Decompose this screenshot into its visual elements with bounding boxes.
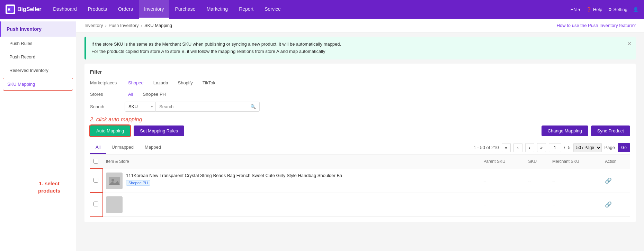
- help-feature-link[interactable]: How to use the Push Inventory feature?: [557, 23, 636, 28]
- stores-options: All Shopee PH: [125, 90, 169, 98]
- change-mapping-button[interactable]: Change Mapping: [542, 126, 588, 136]
- store-shopee-ph[interactable]: Shopee PH: [139, 90, 169, 98]
- row2-link-icon[interactable]: 🔗: [605, 202, 612, 207]
- total-pages: 5: [568, 145, 570, 150]
- page-separator: /: [564, 145, 565, 150]
- sidebar-item-sku-mapping[interactable]: SKU Mapping: [3, 78, 73, 91]
- annotation-auto-mapping: 2. click auto mapping: [90, 117, 630, 123]
- sidebar-item-reserved-inventory[interactable]: Reserved Inventory: [0, 64, 76, 77]
- info-box: If the store SKU is the same as the Merc…: [84, 37, 636, 59]
- search-label: Search: [90, 104, 125, 109]
- search-type-select[interactable]: SKU: [125, 102, 156, 112]
- prev-page-button[interactable]: ‹: [513, 143, 522, 152]
- breadcrumb-inventory[interactable]: Inventory: [84, 23, 103, 28]
- tab-mapped[interactable]: Mapped: [139, 141, 167, 154]
- page-label: Page: [605, 145, 615, 150]
- row1-sku: --: [525, 169, 549, 193]
- go-button[interactable]: Go: [618, 143, 630, 152]
- row1-store-badge: Shopee PH: [126, 180, 150, 186]
- breadcrumb-sep1: ›: [105, 23, 106, 28]
- auto-mapping-button[interactable]: Auto Mapping: [90, 126, 130, 136]
- first-page-button[interactable]: «: [502, 143, 511, 152]
- row1-product-name: 111Korean New Transparent Crystal String…: [126, 173, 342, 179]
- store-all[interactable]: All: [125, 90, 136, 98]
- col-merchant-sku: Merchant SKU: [549, 155, 601, 169]
- row2-merchant-sku: --: [549, 193, 601, 216]
- col-item-store: Item & Store: [102, 155, 480, 169]
- tab-unmapped[interactable]: Unmapped: [106, 141, 139, 154]
- table-row: 111Korean New Transparent Crystal String…: [90, 169, 630, 193]
- search-input-wrap: 🔍: [156, 102, 260, 112]
- row2-item-cell: [102, 193, 480, 216]
- row2-sku: --: [525, 193, 549, 216]
- nav-items: Dashboard Products Orders Inventory Purc…: [48, 0, 570, 19]
- right-buttons: Change Mapping Sync Product: [542, 126, 630, 136]
- sidebar: Push Inventory Push Rules Push Record Re…: [0, 19, 76, 251]
- user-avatar[interactable]: 👤: [633, 7, 638, 12]
- row2-product: [106, 196, 476, 213]
- col-checkbox: [90, 155, 102, 169]
- language-selector[interactable]: EN ▾: [571, 7, 581, 12]
- row2-parent-sku: --: [480, 193, 525, 216]
- marketplace-shopee[interactable]: Shopee: [125, 79, 147, 87]
- nav-inventory[interactable]: Inventory: [139, 0, 169, 19]
- info-close-button[interactable]: ✕: [627, 39, 632, 48]
- table-row: -- -- -- 🔗: [90, 193, 630, 216]
- page-layout: Push Inventory Push Rules Push Record Re…: [0, 19, 644, 251]
- row2-checkbox[interactable]: [93, 202, 98, 206]
- nav-right: EN ▾ ❓ Help ⚙ Setting 👤: [571, 7, 638, 12]
- tab-all[interactable]: All: [90, 141, 106, 154]
- breadcrumb-current: SKU Mapping: [144, 23, 172, 28]
- marketplace-lazada[interactable]: Lazada: [150, 79, 172, 87]
- pagination-controls: 1 - 50 of 210 « ‹ › » / 5 50 / Page Page…: [474, 141, 630, 154]
- nav-purchase[interactable]: Purchase: [170, 0, 200, 19]
- breadcrumb-bar: Inventory › Push Inventory › SKU Mapping…: [76, 19, 644, 32]
- brand-logo[interactable]: B BigSeller: [6, 4, 41, 14]
- marketplaces-label: Marketplaces: [90, 80, 125, 85]
- search-input[interactable]: [159, 104, 250, 109]
- select-all-checkbox[interactable]: [93, 159, 98, 164]
- row1-parent-sku: --: [480, 169, 525, 193]
- filter-stores-row: Stores All Shopee PH: [90, 90, 630, 98]
- product-table-wrap: Item & Store Parent SKU SKU Merchant SKU…: [90, 155, 630, 217]
- row1-link-icon[interactable]: 🔗: [605, 178, 612, 184]
- current-page-input[interactable]: [549, 143, 561, 152]
- sidebar-item-push-record[interactable]: Push Record: [0, 50, 76, 64]
- col-sku: SKU: [525, 155, 549, 169]
- filter-title: Filter: [90, 69, 630, 75]
- setting-link[interactable]: ⚙ Setting: [608, 7, 627, 12]
- nav-products[interactable]: Products: [83, 0, 112, 19]
- row1-item-cell: 111Korean New Transparent Crystal String…: [102, 169, 480, 193]
- marketplace-tiktok[interactable]: TikTok: [199, 79, 219, 87]
- nav-orders[interactable]: Orders: [113, 0, 138, 19]
- nav-service[interactable]: Service: [260, 0, 286, 19]
- search-icon[interactable]: 🔍: [250, 104, 256, 109]
- filter-marketplaces-row: Marketplaces Shopee Lazada Shopify TikTo…: [90, 79, 630, 87]
- row1-info: 111Korean New Transparent Crystal String…: [126, 173, 342, 186]
- per-page-select[interactable]: 50 / Page: [573, 143, 602, 152]
- help-link[interactable]: ❓ Help: [586, 7, 602, 12]
- svg-point-4: [111, 179, 114, 182]
- main-content: Inventory › Push Inventory › SKU Mapping…: [76, 19, 644, 251]
- marketplace-shopify[interactable]: Shopify: [174, 79, 196, 87]
- nav-dashboard[interactable]: Dashboard: [48, 0, 82, 19]
- info-line1: If the store SKU is the same as the Merc…: [91, 41, 630, 48]
- stores-label: Stores: [90, 92, 125, 97]
- search-row: Search SKU 🔍: [90, 102, 630, 112]
- nav-marketing[interactable]: Marketing: [202, 0, 233, 19]
- set-mapping-rules-button[interactable]: Set Mapping Rules: [134, 126, 184, 136]
- next-page-button[interactable]: ›: [525, 143, 534, 152]
- last-page-button[interactable]: »: [537, 143, 546, 152]
- row1-thumbnail: [106, 173, 123, 189]
- row1-merchant-sku: --: [549, 169, 601, 193]
- row1-checkbox[interactable]: [93, 178, 98, 183]
- pagination-range: 1 - 50 of 210: [474, 145, 499, 150]
- sync-product-button[interactable]: Sync Product: [591, 126, 630, 136]
- row1-action: 🔗: [601, 169, 630, 193]
- svg-text:B: B: [8, 7, 11, 12]
- row2-thumbnail: [106, 196, 123, 213]
- nav-report[interactable]: Report: [234, 0, 258, 19]
- product-table: Item & Store Parent SKU SKU Merchant SKU…: [90, 155, 630, 217]
- sidebar-item-push-rules[interactable]: Push Rules: [0, 37, 76, 50]
- breadcrumb-push-inventory[interactable]: Push Inventory: [109, 23, 139, 28]
